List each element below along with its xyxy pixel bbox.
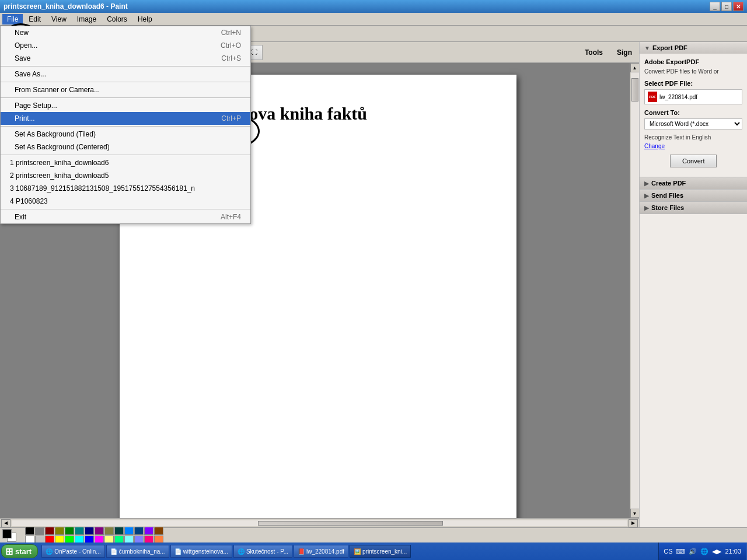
hscroll-track[interactable] [12, 520, 627, 526]
tray-sound-icon[interactable]: 🔊 [689, 548, 697, 555]
menu-item-recent4[interactable]: 4 P1060823 [1, 195, 250, 208]
file-dropdown-menu: New Ctrl+N Open... Ctrl+O Save Ctrl+S Sa… [0, 26, 251, 224]
menu-colors[interactable]: Colors [102, 14, 132, 24]
maximize-button[interactable]: □ [721, 2, 732, 11]
scroll-up-arrow[interactable]: ▲ [630, 63, 640, 72]
menu-image[interactable]: Image [72, 14, 101, 24]
recognize-text-info: Recognize Text in English [644, 134, 742, 141]
tray-arrows-icon: ◀▶ [712, 548, 721, 555]
send-files-section: ▶ Send Files [640, 190, 747, 202]
taskbar-item-skutecnost[interactable]: 🌐 Skutečnost - P... [233, 545, 292, 558]
menu-view[interactable]: View [47, 14, 71, 24]
tray-lang: CS [664, 548, 672, 555]
menu-edit[interactable]: Edit [24, 14, 46, 24]
right-panel: ▼ Export PDF Adobe ExportPDF Convert PDF… [639, 42, 747, 527]
menu-item-recent1[interactable]: 1 printscreen_kniha_download6 [1, 156, 250, 169]
scroll-thumb[interactable] [631, 78, 638, 102]
scroll-right-arrow[interactable]: ▶ [629, 519, 638, 527]
taskbar-tray: CS ⌨ 🔊 🌐 ◀▶ 21:03 [658, 542, 746, 560]
separator-1 [1, 66, 250, 66]
taskbar-item-pdf[interactable]: 📕 lw_220814.pdf [294, 545, 348, 558]
menu-item-open[interactable]: Open... Ctrl+O [1, 39, 250, 52]
scroll-track[interactable] [631, 72, 639, 509]
scroll-down-arrow[interactable]: ▼ [630, 509, 640, 518]
convert-to-label: Convert To: [644, 109, 742, 116]
close-button[interactable]: ✕ [733, 2, 743, 11]
menu-item-print[interactable]: Print... Ctrl+P [1, 112, 250, 125]
separator-2 [1, 82, 250, 82]
menu-item-recent3[interactable]: 3 10687189_912151882131508_1951755127554… [1, 182, 250, 195]
adobe-export-desc: Convert PDF files to Word or [644, 68, 742, 75]
taskbar-item-onpaste[interactable]: 🌐 OnPaste - Onlin... [41, 545, 104, 558]
change-link[interactable]: Change [644, 143, 665, 149]
menu-item-scanner[interactable]: From Scanner or Camera... [1, 83, 250, 96]
menu-item-save[interactable]: Save Ctrl+S [1, 52, 250, 65]
pdf-file-icon: PDF [648, 92, 657, 102]
store-files-title: Store Files [651, 204, 684, 211]
taskbar-item-wittgen[interactable]: 📄 wittgensteinova... [170, 545, 232, 558]
title-bar-text: printscreen_kniha_download6 - Paint [4, 2, 128, 10]
adobe-export-name: Adobe ExportPDF [644, 58, 742, 65]
store-files-header[interactable]: ▶ Store Files [640, 202, 747, 214]
menu-item-bg-centered[interactable]: Set As Background (Centered) [1, 141, 250, 153]
tools-sign-area: Tools Sign [580, 47, 637, 58]
sign-button[interactable]: Sign [612, 47, 637, 58]
separator-4 [1, 126, 250, 127]
create-pdf-header[interactable]: ▶ Create PDF [640, 177, 747, 189]
pdf-vertical-scrollbar[interactable]: ▲ ▼ [630, 63, 639, 518]
export-pdf-title: Export PDF [652, 44, 687, 51]
menu-item-bg-tiled[interactable]: Set As Background (Tiled) [1, 128, 250, 141]
tray-network-icon[interactable]: 🌐 [700, 548, 708, 555]
send-files-header[interactable]: ▶ Send Files [640, 190, 747, 201]
foreground-color-box[interactable] [2, 529, 12, 538]
taskbar-item-cumbo[interactable]: 📄 čumbokniha_na... [106, 545, 169, 558]
convert-button[interactable]: Convert [670, 155, 717, 167]
menu-help[interactable]: Help [133, 14, 157, 24]
title-bar-buttons: _ □ ✕ [710, 2, 743, 11]
taskbar-item-printscreen[interactable]: 🖼️ printscreen_kni... [350, 545, 411, 558]
colors-bar [0, 527, 747, 542]
menu-item-exit[interactable]: Exit Alt+F4 [1, 211, 250, 223]
menu-file[interactable]: File [2, 14, 23, 24]
pdf-file-name: lw_220814.pdf [659, 94, 697, 100]
convert-to-select[interactable]: Microsoft Word (*.docx [644, 118, 742, 130]
export-pdf-content: Adobe ExportPDF Convert PDF files to Wor… [640, 54, 747, 177]
separator-6 [1, 209, 250, 209]
send-files-title: Send Files [651, 192, 683, 199]
tray-keyboard-icon: ⌨ [676, 548, 685, 555]
menu-item-new[interactable]: New Ctrl+N [1, 26, 250, 39]
title-bar: printscreen_kniha_download6 - Paint _ □ … [0, 0, 747, 13]
select-file-label: Select PDF File: [644, 80, 742, 87]
menu-item-page-setup[interactable]: Page Setup... [1, 99, 250, 112]
separator-3 [1, 97, 250, 98]
create-pdf-title: Create PDF [651, 180, 686, 187]
tools-button[interactable]: Tools [580, 47, 608, 58]
export-pdf-section: ▼ Export PDF Adobe ExportPDF Convert PDF… [640, 42, 747, 177]
menu-item-recent2[interactable]: 2 printscreen_kniha_download5 [1, 169, 250, 182]
start-button[interactable]: ⊞ start [1, 544, 38, 558]
scroll-left-arrow[interactable]: ◀ [1, 519, 11, 527]
pdf-file-row[interactable]: PDF lw_220814.pdf [644, 89, 742, 104]
active-colors [2, 529, 21, 542]
export-pdf-header[interactable]: ▼ Export PDF [640, 42, 747, 54]
minimize-button[interactable]: _ [710, 2, 720, 11]
separator-5 [1, 155, 250, 155]
tray-time: 21:03 [725, 548, 741, 555]
pdf-horizontal-scrollbar[interactable]: ◀ ▶ [0, 518, 639, 527]
store-files-section: ▶ Store Files [640, 202, 747, 214]
menu-bar: File Edit View Image Colors Help [0, 13, 747, 26]
hscroll-thumb[interactable] [258, 521, 443, 526]
taskbar: ⊞ start 🌐 OnPaste - Onlin... 📄 čumboknih… [0, 542, 747, 560]
menu-item-save-as[interactable]: Save As... [1, 68, 250, 80]
create-pdf-section: ▶ Create PDF [640, 177, 747, 190]
